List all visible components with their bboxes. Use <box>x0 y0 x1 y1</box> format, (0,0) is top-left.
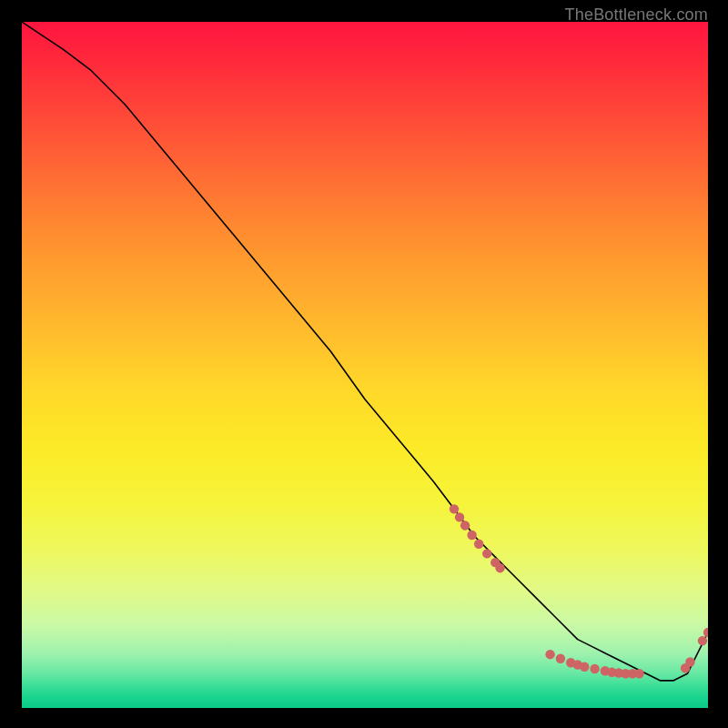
data-marker <box>482 549 491 558</box>
data-marker <box>495 563 504 572</box>
bottleneck-curve <box>22 22 708 681</box>
data-marker <box>685 657 694 666</box>
chart-stage: TheBottleneck.com <box>0 0 728 728</box>
data-marker <box>467 531 476 540</box>
data-marker <box>545 650 554 659</box>
data-marker <box>474 540 483 549</box>
chart-svg <box>22 22 708 708</box>
data-marker <box>455 512 464 521</box>
plot-area <box>22 22 708 708</box>
data-marker <box>634 669 643 678</box>
data-marker <box>450 504 459 513</box>
data-marker <box>698 636 707 645</box>
data-marker <box>590 664 599 673</box>
data-marker <box>460 521 470 530</box>
data-marker <box>703 628 708 637</box>
data-markers <box>450 504 708 678</box>
data-marker <box>580 662 589 672</box>
data-marker <box>556 654 565 663</box>
